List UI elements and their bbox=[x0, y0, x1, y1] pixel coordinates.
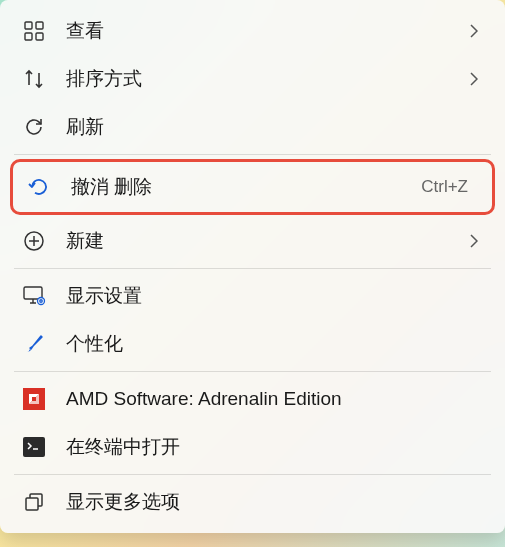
svg-point-6 bbox=[38, 298, 45, 305]
brush-icon bbox=[22, 332, 46, 356]
menu-item-personalize[interactable]: 个性化 bbox=[8, 321, 497, 367]
menu-item-undo-delete[interactable]: 撤消 删除 Ctrl+Z bbox=[10, 159, 495, 215]
svg-rect-3 bbox=[36, 33, 43, 40]
svg-rect-0 bbox=[25, 22, 32, 29]
refresh-icon bbox=[22, 115, 46, 139]
menu-item-label: AMD Software: Adrenalin Edition bbox=[66, 388, 481, 410]
menu-item-label: 刷新 bbox=[66, 114, 481, 140]
plus-circle-icon bbox=[22, 229, 46, 253]
undo-icon bbox=[27, 175, 51, 199]
sort-icon bbox=[22, 67, 46, 91]
chevron-right-icon bbox=[467, 72, 481, 86]
menu-divider bbox=[14, 474, 491, 475]
menu-item-label: 新建 bbox=[66, 228, 467, 254]
menu-item-refresh[interactable]: 刷新 bbox=[8, 104, 497, 150]
svg-rect-2 bbox=[25, 33, 32, 40]
svg-rect-1 bbox=[36, 22, 43, 29]
display-gear-icon bbox=[22, 284, 46, 308]
chevron-right-icon bbox=[467, 234, 481, 248]
grid-icon bbox=[22, 19, 46, 43]
menu-item-amd-software[interactable]: AMD Software: Adrenalin Edition bbox=[8, 376, 497, 422]
menu-item-view[interactable]: 查看 bbox=[8, 8, 497, 54]
menu-item-label: 撤消 删除 bbox=[71, 174, 421, 200]
menu-item-label: 在终端中打开 bbox=[66, 434, 481, 460]
menu-item-display-settings[interactable]: 显示设置 bbox=[8, 273, 497, 319]
menu-item-new[interactable]: 新建 bbox=[8, 218, 497, 264]
svg-rect-5 bbox=[24, 287, 42, 299]
menu-item-label: 排序方式 bbox=[66, 66, 467, 92]
menu-item-label: 显示设置 bbox=[66, 283, 481, 309]
more-options-icon bbox=[22, 490, 46, 514]
amd-icon bbox=[22, 387, 46, 411]
menu-item-sort[interactable]: 排序方式 bbox=[8, 56, 497, 102]
menu-divider bbox=[14, 154, 491, 155]
menu-item-label: 个性化 bbox=[66, 331, 481, 357]
menu-divider bbox=[14, 371, 491, 372]
menu-item-shortcut: Ctrl+Z bbox=[421, 177, 468, 197]
menu-item-more-options[interactable]: 显示更多选项 bbox=[8, 479, 497, 525]
menu-item-label: 查看 bbox=[66, 18, 467, 44]
menu-divider bbox=[14, 268, 491, 269]
svg-rect-8 bbox=[26, 498, 38, 510]
chevron-right-icon bbox=[467, 24, 481, 38]
menu-item-open-terminal[interactable]: 在终端中打开 bbox=[8, 424, 497, 470]
terminal-icon bbox=[22, 435, 46, 459]
menu-item-label: 显示更多选项 bbox=[66, 489, 481, 515]
desktop-context-menu: 查看 排序方式 刷新 bbox=[0, 0, 505, 533]
